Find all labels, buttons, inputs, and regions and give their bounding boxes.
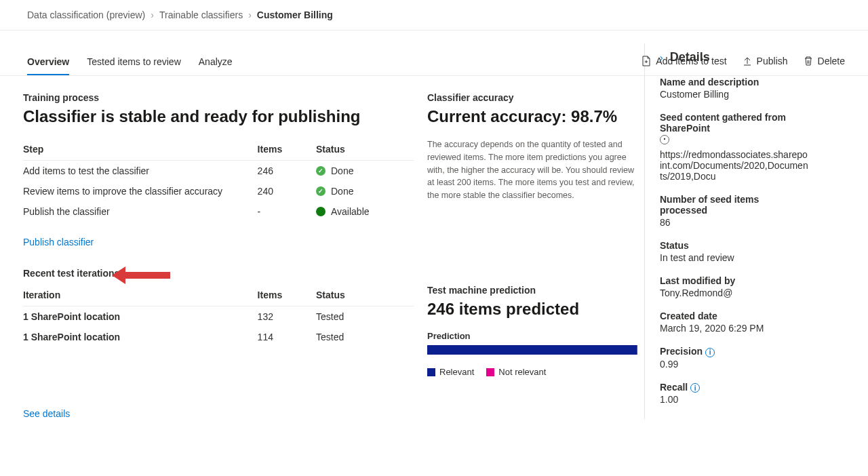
prediction-sub: Prediction bbox=[427, 331, 637, 341]
prediction-bar bbox=[427, 345, 637, 355]
sharepoint-icon bbox=[660, 135, 669, 144]
created-label: Created date bbox=[660, 311, 809, 321]
status-label: Status bbox=[660, 240, 809, 251]
col-items: Items bbox=[258, 284, 316, 306]
seed-count-value: 86 bbox=[660, 217, 809, 228]
add-file-icon bbox=[641, 56, 652, 66]
info-icon[interactable]: i bbox=[690, 383, 700, 393]
step-items: 240 bbox=[258, 181, 316, 201]
step-name: Review items to improve the classifier a… bbox=[23, 181, 258, 201]
breadcrumb: Data classification (preview) › Trainabl… bbox=[0, 0, 868, 31]
step-status: Done bbox=[331, 186, 353, 197]
prediction-headline: 246 items predicted bbox=[427, 300, 637, 319]
name-value: Customer Billing bbox=[660, 89, 809, 100]
step-items: 246 bbox=[258, 161, 316, 182]
upload-icon bbox=[742, 56, 753, 66]
table-row: Add items to test the classifier 246 Don… bbox=[23, 161, 414, 182]
legend-not-relevant-icon bbox=[486, 368, 494, 376]
training-steps-table: Step Items Status Add items to test the … bbox=[23, 138, 414, 222]
created-value: March 19, 2020 6:29 PM bbox=[660, 323, 809, 334]
status-value: In test and review bbox=[660, 252, 809, 263]
step-items: - bbox=[258, 201, 316, 222]
tab-overview[interactable]: Overview bbox=[27, 56, 69, 75]
info-icon[interactable]: i bbox=[705, 348, 715, 357]
breadcrumb-current: Customer Billing bbox=[257, 9, 333, 20]
iteration-status: Tested bbox=[316, 327, 414, 347]
modified-value: Tony.Redmond@ bbox=[660, 287, 809, 298]
check-icon bbox=[316, 166, 326, 176]
table-row: 1 SharePoint location 114 Tested bbox=[23, 327, 414, 347]
accuracy-description: The accuracy depends on the quantity of … bbox=[427, 138, 637, 202]
publish-classifier-link[interactable]: Publish classifier bbox=[23, 237, 94, 247]
recall-value: 1.00 bbox=[660, 394, 809, 405]
step-status: Done bbox=[331, 165, 353, 176]
step-name: Add items to test the classifier bbox=[23, 161, 258, 182]
page-actions: Add items to test Publish Delete bbox=[641, 56, 845, 66]
precision-value: 0.99 bbox=[660, 359, 809, 370]
iterations-table: Iteration Items Status 1 SharePoint loca… bbox=[23, 284, 414, 347]
col-items: Items bbox=[258, 138, 316, 161]
legend-not-relevant: Not relevant bbox=[498, 367, 546, 377]
seed-value: https://redmondassociates.sharepoint.com… bbox=[660, 149, 809, 182]
trash-icon bbox=[803, 56, 814, 66]
table-row: Review items to improve the classifier a… bbox=[23, 181, 414, 201]
delete-button[interactable]: Delete bbox=[803, 56, 845, 66]
tab-tested-items[interactable]: Tested items to review bbox=[87, 56, 181, 75]
prediction-legend: Relevant Not relevant bbox=[427, 367, 637, 377]
details-panel: › Details Name and description Customer … bbox=[660, 50, 868, 405]
step-name: Publish the classifier bbox=[23, 201, 258, 222]
legend-relevant-icon bbox=[427, 368, 435, 376]
modified-label: Last modified by bbox=[660, 275, 809, 286]
iteration-name: 1 SharePoint location bbox=[23, 306, 258, 328]
seed-count-label: Number of seed items processed bbox=[660, 194, 809, 216]
prediction-label: Test machine prediction bbox=[427, 285, 637, 296]
legend-relevant: Relevant bbox=[439, 367, 474, 377]
tab-analyze[interactable]: Analyze bbox=[199, 56, 233, 75]
iteration-name: 1 SharePoint location bbox=[23, 327, 258, 347]
publish-button[interactable]: Publish bbox=[742, 56, 788, 66]
breadcrumb-item[interactable]: Data classification (preview) bbox=[27, 9, 145, 20]
training-process-label: Training process bbox=[23, 92, 414, 103]
training-headline: Classifier is stable and ready for publi… bbox=[23, 107, 414, 126]
chevron-right-icon: › bbox=[248, 9, 252, 20]
table-row: Publish the classifier - Available bbox=[23, 201, 414, 222]
name-label: Name and description bbox=[660, 77, 809, 87]
col-status: Status bbox=[316, 284, 414, 306]
breadcrumb-item[interactable]: Trainable classifiers bbox=[159, 9, 243, 20]
add-items-button[interactable]: Add items to test bbox=[641, 56, 726, 66]
seed-label: Seed content gathered from SharePoint bbox=[660, 112, 809, 134]
button-label: Delete bbox=[818, 56, 845, 66]
accuracy-label: Classifier accuracy bbox=[427, 92, 637, 103]
accuracy-headline: Current accuracy: 98.7% bbox=[427, 107, 637, 126]
chevron-right-icon: › bbox=[151, 9, 154, 20]
col-step: Step bbox=[23, 138, 258, 161]
see-details-link[interactable]: See details bbox=[23, 408, 70, 419]
recall-label: Recalli bbox=[660, 382, 809, 393]
button-label: Publish bbox=[757, 56, 788, 66]
col-status: Status bbox=[316, 138, 414, 161]
iteration-items: 132 bbox=[258, 306, 316, 328]
available-icon bbox=[316, 207, 326, 216]
step-status: Available bbox=[331, 206, 370, 217]
iteration-items: 114 bbox=[258, 327, 316, 347]
precision-label: Precisioni bbox=[660, 346, 809, 357]
table-row: 1 SharePoint location 132 Tested bbox=[23, 306, 414, 328]
iteration-status: Tested bbox=[316, 306, 414, 328]
iterations-label: Recent test iterations bbox=[23, 268, 414, 279]
col-iteration: Iteration bbox=[23, 284, 258, 306]
button-label: Add items to test bbox=[656, 56, 726, 66]
check-icon bbox=[316, 186, 326, 196]
